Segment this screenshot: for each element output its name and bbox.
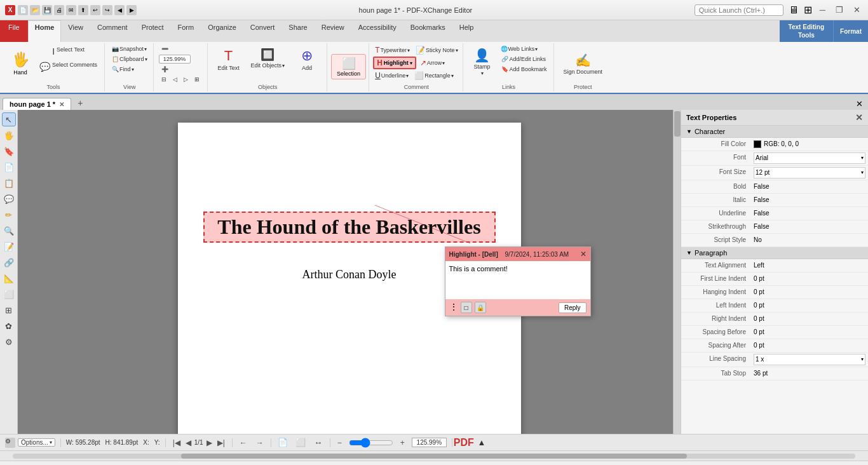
quick-launch-input[interactable] bbox=[695, 4, 783, 16]
next-view-btn[interactable]: → bbox=[254, 438, 266, 448]
fit-width-btn[interactable]: ↔ bbox=[312, 436, 325, 449]
left-tool-pages[interactable]: 📄 bbox=[2, 160, 16, 174]
panel-close-btn[interactable]: ✕ bbox=[853, 98, 865, 110]
view-toggle-icon[interactable]: 🖥 bbox=[789, 4, 799, 16]
left-tool-comments[interactable]: 💬 bbox=[2, 192, 16, 206]
vertical-scrollbar[interactable] bbox=[673, 110, 681, 434]
doc-scroll[interactable]: The Hound of the Baskervilles Arthur Con… bbox=[18, 110, 681, 434]
arrow-btn[interactable]: ↗ Arrow ▾ bbox=[418, 57, 447, 69]
minimize-popup-btn[interactable]: □ bbox=[461, 302, 472, 313]
clipboard-btn[interactable]: 📋 Clipboard ▾ bbox=[110, 55, 149, 64]
save-icon[interactable]: 💾 bbox=[42, 5, 52, 15]
left-tool-link[interactable]: 🔗 bbox=[2, 255, 16, 269]
left-tool-form[interactable]: 📝 bbox=[2, 239, 16, 253]
lock-popup-btn[interactable]: 🔒 bbox=[475, 302, 486, 313]
print-icon[interactable]: 🖨 bbox=[54, 5, 64, 15]
more-options-icon[interactable]: ⋮ bbox=[449, 302, 458, 313]
single-page-btn[interactable]: 📄 bbox=[276, 436, 289, 449]
prev-view-btn[interactable]: ← bbox=[238, 438, 249, 448]
edit-text-btn[interactable]: T Edit Text bbox=[213, 44, 245, 74]
undo-icon[interactable]: ↩ bbox=[90, 5, 100, 15]
highlight-btn[interactable]: H Highlight ▾ bbox=[373, 57, 416, 69]
tab-convert[interactable]: Convert bbox=[243, 20, 282, 42]
reply-btn[interactable]: Reply bbox=[559, 302, 587, 313]
zoom-out-nav-btn[interactable]: − bbox=[336, 438, 344, 448]
select-comments-btn[interactable]: 💬 Select Comments bbox=[36, 60, 100, 74]
next-page-btn[interactable]: ▷ bbox=[181, 75, 191, 84]
restore-btn[interactable]: ❐ bbox=[833, 5, 846, 15]
format-tab[interactable]: Format bbox=[833, 20, 868, 42]
text-editing-tools-tab[interactable]: Text EditingTools bbox=[780, 20, 833, 42]
tab-file[interactable]: File bbox=[0, 20, 28, 42]
find-btn[interactable]: 🔍 Find ▾ bbox=[110, 65, 136, 74]
last-page-btn[interactable]: ⊞ bbox=[192, 75, 202, 84]
underline-btn[interactable]: U Underline ▾ bbox=[373, 70, 410, 81]
left-tool-layers[interactable]: 📋 bbox=[2, 176, 16, 190]
tab-form[interactable]: Form bbox=[171, 20, 201, 42]
tab-organize[interactable]: Organize bbox=[201, 20, 243, 42]
doc-tab-active[interactable]: houn page 1 * ✕ bbox=[3, 98, 71, 110]
email-icon[interactable]: ✉ bbox=[66, 5, 76, 15]
tab-comment[interactable]: Comment bbox=[90, 20, 135, 42]
sign-document-btn[interactable]: ✍ Sign Document bbox=[559, 50, 607, 78]
new-tab-btn[interactable]: + bbox=[72, 96, 88, 110]
left-tool-settings[interactable]: ⚙ bbox=[2, 335, 16, 349]
left-tool-grid[interactable]: ⊞ bbox=[2, 303, 16, 317]
tab-protect[interactable]: Protect bbox=[135, 20, 171, 42]
open-icon[interactable]: 📂 bbox=[30, 5, 40, 15]
close-doc-tab[interactable]: ✕ bbox=[59, 101, 64, 108]
redo-icon[interactable]: ↪ bbox=[102, 5, 112, 15]
add-bookmark-btn[interactable]: 🔖 Add Bookmark bbox=[499, 65, 550, 74]
add-edit-links-btn[interactable]: 🔗 Add/Edit Links bbox=[499, 55, 550, 64]
left-tool-measure[interactable]: 📐 bbox=[2, 271, 16, 285]
select-text-btn[interactable]: I Select Text bbox=[36, 44, 100, 58]
forward-icon[interactable]: ▶ bbox=[126, 5, 137, 15]
edit-objects-btn[interactable]: 🔲 Edit Objects ▾ bbox=[247, 44, 290, 72]
line-spacing-value[interactable]: 1 x ▾ bbox=[751, 353, 868, 367]
options-icon[interactable]: ⚙ bbox=[5, 438, 15, 448]
zoom-in-nav-btn[interactable]: + bbox=[398, 438, 407, 448]
fit-page-btn[interactable]: ⬜ bbox=[294, 436, 307, 449]
close-btn[interactable]: ✕ bbox=[851, 5, 863, 15]
grid-icon[interactable]: ⊞ bbox=[804, 4, 812, 16]
rectangle-btn[interactable]: ⬜ Rectangle ▾ bbox=[412, 70, 456, 81]
tab-bookmarks[interactable]: Bookmarks bbox=[403, 20, 452, 42]
left-tool-select[interactable]: ↖ bbox=[2, 112, 16, 126]
pdf-icon[interactable]: PDF bbox=[458, 436, 470, 449]
tab-help[interactable]: Help bbox=[452, 20, 481, 42]
zoom-box[interactable]: 125.99% bbox=[412, 438, 447, 447]
font-size-dropdown[interactable]: 12 pt ▾ bbox=[754, 167, 865, 179]
left-tool-bookmark[interactable]: 🔖 bbox=[2, 144, 16, 158]
prev-page-nav-btn[interactable]: ◀ bbox=[184, 438, 193, 448]
first-page-nav-btn[interactable]: |◀ bbox=[171, 438, 182, 448]
upload-icon[interactable]: ⬆ bbox=[78, 5, 88, 15]
fill-color-swatch[interactable] bbox=[754, 140, 761, 148]
hand-tool-btn[interactable]: 🖐 Hand bbox=[6, 44, 34, 83]
back-icon[interactable]: ◀ bbox=[114, 5, 125, 15]
font-value[interactable]: Arial ▾ bbox=[751, 151, 868, 165]
prev-page-btn[interactable]: ◁ bbox=[170, 75, 180, 84]
character-section-header[interactable]: ▼ Character bbox=[681, 126, 868, 138]
web-links-btn[interactable]: 🌐 Web Links ▾ bbox=[499, 44, 550, 53]
panel-close[interactable]: ✕ bbox=[855, 112, 863, 123]
tab-share[interactable]: Share bbox=[281, 20, 314, 42]
left-tool-stamp[interactable]: ✿ bbox=[2, 319, 16, 333]
new-icon[interactable]: 📄 bbox=[18, 5, 28, 15]
typewriter-btn[interactable]: T Typewriter ▾ bbox=[373, 44, 412, 56]
next-page-nav-btn[interactable]: ▶ bbox=[205, 438, 214, 448]
tab-accessibility[interactable]: Accessibility bbox=[351, 20, 403, 42]
left-tool-hand[interactable]: 🖐 bbox=[2, 128, 16, 142]
sticky-note-btn[interactable]: 📝 Sticky Note ▾ bbox=[414, 44, 460, 56]
first-page-btn[interactable]: ⊟ bbox=[159, 75, 169, 84]
highlight-popup-close[interactable]: ✕ bbox=[580, 250, 587, 259]
snapshot-btn[interactable]: 📷 Snapshot ▾ bbox=[110, 44, 149, 53]
zoom-slider[interactable] bbox=[349, 438, 393, 448]
last-page-nav-btn[interactable]: ▶| bbox=[215, 438, 227, 448]
font-size-value[interactable]: 12 pt ▾ bbox=[751, 166, 868, 180]
font-dropdown[interactable]: Arial ▾ bbox=[754, 152, 865, 164]
paragraph-section-header[interactable]: ▼ Paragraph bbox=[681, 247, 868, 259]
tab-home[interactable]: Home bbox=[28, 20, 62, 42]
tab-review[interactable]: Review bbox=[315, 20, 351, 42]
left-tool-search[interactable]: 🔍 bbox=[2, 224, 16, 238]
status-expand-btn[interactable]: ▲ bbox=[475, 436, 488, 449]
